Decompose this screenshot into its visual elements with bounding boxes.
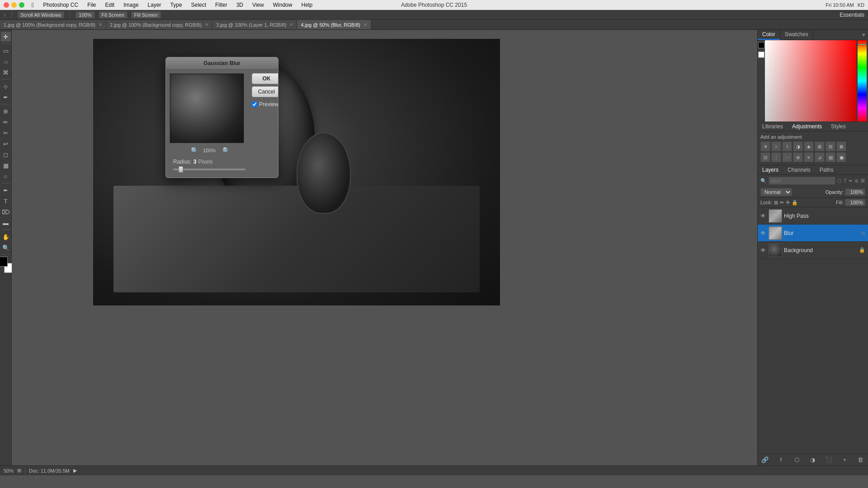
blend-mode-select[interactable]: Normal [760,188,792,196]
zoom-100-btn[interactable]: 100% [75,11,94,19]
path-tool[interactable]: ⌦ [1,207,11,217]
tab-1[interactable]: 1.jpg @ 100% (Background copy, RGB/8) ✕ [0,20,106,29]
brush-tool[interactable]: ✏ [1,117,11,127]
tab-3-close[interactable]: ✕ [289,22,293,27]
menu-select[interactable]: Select [189,2,208,8]
quick-select-tool[interactable]: ⌘ [1,67,11,77]
vibrance-adj[interactable]: ◈ [804,141,814,151]
channel-mixer-adj[interactable]: ⋮ [771,152,781,162]
invert-adj[interactable]: ⊛ [793,152,803,162]
pen-tool[interactable]: ✒ [1,185,11,195]
maximize-button[interactable] [19,2,24,8]
tab-paths[interactable]: Paths [815,165,838,174]
eraser-tool[interactable]: ◻ [1,150,11,160]
levels-adj[interactable]: ⎍ [771,141,781,151]
close-button[interactable] [4,2,9,8]
bw-adj[interactable]: ⊠ [836,141,846,151]
tab-1-close[interactable]: ✕ [99,22,102,27]
menu-layer[interactable]: Layer [146,2,163,8]
apple-icon[interactable]:  [32,1,34,9]
zoom-icon[interactable]: ⊞ [17,468,21,474]
link-layers-btn[interactable]: 🔗 [760,455,769,464]
lasso-tool[interactable]: ⌓ [1,56,11,66]
preview-checkbox-row[interactable]: Preview [252,101,278,108]
tab-4-close[interactable]: ✕ [363,22,367,27]
zoom-tool[interactable]: 🔍 [1,243,11,253]
menu-window[interactable]: Window [271,2,294,8]
foreground-swatch[interactable] [0,257,8,267]
add-adjustment-btn[interactable]: ◑ [808,455,817,464]
color-lookup-adj[interactable]: ⋯ [782,152,792,162]
layer-high-pass[interactable]: 👁 High Pass [758,207,868,225]
posterize-adj[interactable]: ≡ [804,152,814,162]
selective-color-adj[interactable]: ▣ [836,152,846,162]
layer-visibility-icon-2[interactable]: 👁 [760,230,767,236]
exposure-adj[interactable]: ◑ [793,141,803,151]
tab-styles[interactable]: Styles [826,122,850,131]
tab-2[interactable]: 2.jpg @ 100% (Background copy, RGB/8) ✕ [106,20,212,29]
collapse-panel-icon[interactable]: ▼ [861,32,866,38]
cancel-button[interactable]: Cancel [252,86,278,97]
tab-4[interactable]: 4.jpg @ 50% (Blur, RGB/8) ✕ [297,20,371,29]
photo-filter-adj[interactable]: ⊡ [760,152,770,162]
lock-position-icon[interactable]: ✛ [786,200,790,206]
tab-channels[interactable]: Channels [783,165,815,174]
brightness-contrast-adj[interactable]: ☀ [760,141,770,151]
lock-paint-icon[interactable]: ✏ [780,200,784,206]
fill-screen-btn[interactable]: Fill Screen [131,11,161,19]
zoom-in-button[interactable]: 🔎 [220,146,228,155]
menu-type[interactable]: Type [169,2,184,8]
menu-edit[interactable]: Edit [104,2,117,8]
radius-slider-container[interactable] [170,169,249,174]
history-brush-tool[interactable]: ↩ [1,139,11,149]
new-group-btn[interactable]: ⬛ [824,455,833,464]
layer-blur[interactable]: 👁 Blur fx [758,225,868,242]
tab-layers[interactable]: Layers [758,165,783,174]
tab-adjustments[interactable]: Adjustments [788,122,826,131]
dodge-tool[interactable]: ○ [1,171,11,181]
fg-color-swatch[interactable] [758,42,764,48]
new-layer-btn[interactable]: + [840,455,849,464]
zoom-out-button[interactable]: 🔍 [191,146,199,155]
menu-3d[interactable]: 3D [235,2,245,8]
gradient-map-adj[interactable]: ▤ [826,152,835,162]
add-mask-btn[interactable]: ⬡ [793,455,802,464]
add-style-btn[interactable]: f [776,455,785,464]
preview-checkbox[interactable] [252,102,257,107]
curves-adj[interactable]: ⌇ [782,141,792,151]
menu-filter[interactable]: Filter [213,2,229,8]
layers-search-input[interactable] [769,177,835,185]
move-tool[interactable]: ✛ [1,32,11,42]
lock-all-icon[interactable]: 🔒 [792,200,798,206]
healing-tool[interactable]: ⊛ [1,106,11,116]
menu-view[interactable]: View [250,2,266,8]
menu-photoshop[interactable]: Photoshop CC [41,2,80,8]
radius-slider-thumb[interactable] [179,166,183,173]
layer-search-icon-3[interactable]: ✒ [849,178,853,184]
threshold-adj[interactable]: ⊿ [815,152,825,162]
opacity-input[interactable] [845,188,865,196]
menu-image[interactable]: Image [122,2,140,8]
layer-search-icon-2[interactable]: T [844,178,847,183]
menu-help[interactable]: Help [299,2,314,8]
tab-libraries[interactable]: Libraries [758,122,788,131]
lock-transparent-icon[interactable]: ⊞ [774,200,778,206]
tab-2-close[interactable]: ✕ [205,22,208,27]
eyedropper-tool[interactable]: ✒ [1,92,11,102]
layer-search-icon-5[interactable]: ⌘ [860,178,865,184]
tab-3[interactable]: 3.jpg @ 100% (Layer 1, RGB/8) ✕ [212,20,297,29]
layer-visibility-icon-1[interactable]: 👁 [760,213,767,219]
layer-visibility-icon-3[interactable]: 👁 [760,247,767,253]
bg-color-swatch[interactable] [758,52,764,58]
fit-screen-btn[interactable]: Fit Screen [99,11,127,19]
shape-tool[interactable]: ▬ [1,218,11,228]
menu-file[interactable]: File [85,2,98,8]
delete-layer-btn[interactable]: 🗑 [856,455,865,464]
gradient-tool[interactable]: ▦ [1,160,11,170]
fill-input[interactable] [845,199,865,206]
crop-tool[interactable]: ⊹ [1,81,11,91]
tab-color[interactable]: Color [758,30,780,40]
radius-slider-track[interactable] [173,169,245,170]
layer-search-icon-4[interactable]: ⊛ [854,178,859,184]
minimize-button[interactable] [11,2,17,8]
